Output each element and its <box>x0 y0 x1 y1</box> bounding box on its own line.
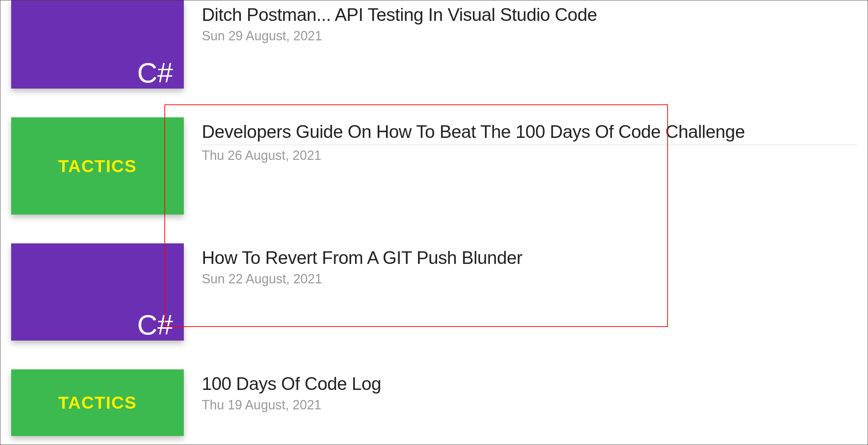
article-thumbnail-csharp[interactable]: C# <box>11 243 184 341</box>
spacer <box>11 344 857 366</box>
spacer <box>11 218 857 240</box>
article-thumbnail-tactics[interactable]: TACTICS <box>11 117 184 215</box>
article-row[interactable]: TACTICS Developers Guide On How To Beat … <box>11 114 857 218</box>
article-date: Thu 26 August, 2021 <box>202 148 857 163</box>
thumbnail-label: TACTICS <box>58 393 137 413</box>
article-thumbnail-csharp[interactable]: C# <box>11 0 184 89</box>
spacer <box>11 92 857 114</box>
article-date: Sun 29 August, 2021 <box>202 28 857 44</box>
thumbnail-label: C# <box>137 307 184 341</box>
article-title[interactable]: How To Revert From A GIT Push Blunder <box>202 247 857 269</box>
article-content: Developers Guide On How To Beat The 100 … <box>202 117 857 163</box>
article-date: Thu 19 August, 2021 <box>202 397 857 413</box>
article-content: Ditch Postman... API Testing In Visual S… <box>202 0 857 44</box>
article-date: Sun 22 August, 2021 <box>202 271 857 287</box>
article-list: C# Ditch Postman... API Testing In Visua… <box>0 0 868 440</box>
article-row[interactable]: C# Ditch Postman... API Testing In Visua… <box>11 0 857 92</box>
article-title[interactable]: 100 Days Of Code Log <box>202 373 857 395</box>
article-content: 100 Days Of Code Log Thu 19 August, 2021 <box>202 369 857 413</box>
thumbnail-label: C# <box>137 55 184 89</box>
article-thumbnail-tactics[interactable]: TACTICS <box>11 369 184 436</box>
article-title[interactable]: Developers Guide On How To Beat The 100 … <box>202 121 857 145</box>
article-title[interactable]: Ditch Postman... API Testing In Visual S… <box>202 4 857 26</box>
article-row[interactable]: TACTICS 100 Days Of Code Log Thu 19 Augu… <box>11 366 857 440</box>
article-content: How To Revert From A GIT Push Blunder Su… <box>202 243 857 287</box>
thumbnail-label: TACTICS <box>58 156 137 176</box>
article-row[interactable]: C# How To Revert From A GIT Push Blunder… <box>11 240 857 344</box>
